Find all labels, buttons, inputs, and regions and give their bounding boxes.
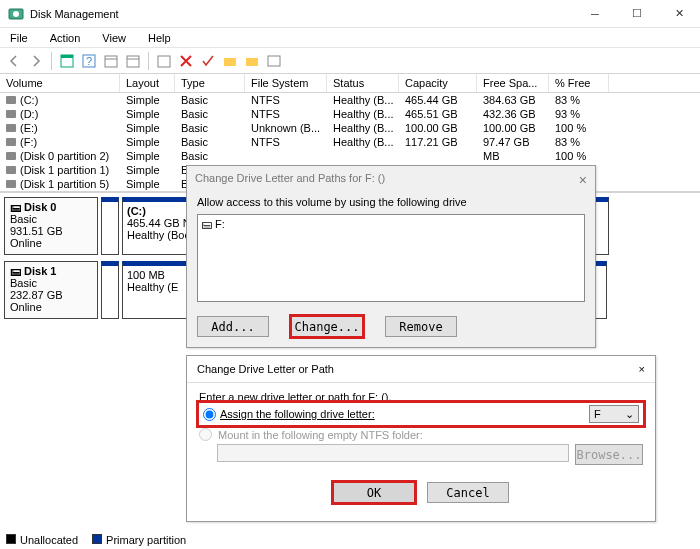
column-headers: Volume Layout Type File System Status Ca…	[0, 74, 700, 93]
col-free[interactable]: Free Spa...	[477, 74, 549, 92]
close-icon[interactable]: ×	[639, 363, 645, 375]
listbox-item[interactable]: F:	[215, 218, 225, 230]
add-button[interactable]: Add...	[197, 316, 269, 337]
paths-listbox[interactable]: 🖴 F:	[197, 214, 585, 302]
ok-button[interactable]: OK	[333, 482, 415, 503]
dialog2-title: Change Drive Letter or Path	[197, 363, 639, 375]
volume-row[interactable]: (F:)SimpleBasicNTFSHealthy (B...117.21 G…	[0, 135, 700, 149]
close-button[interactable]: ✕	[658, 0, 700, 28]
delete-icon[interactable]	[176, 51, 196, 71]
svg-rect-6	[105, 56, 117, 67]
menu-file[interactable]: File	[6, 30, 32, 46]
back-button[interactable]	[4, 51, 24, 71]
calendar2-icon[interactable]	[123, 51, 143, 71]
svg-rect-8	[127, 56, 139, 67]
window-title: Disk Management	[30, 8, 574, 20]
folder2-icon[interactable]	[242, 51, 262, 71]
col-layout[interactable]: Layout	[120, 74, 175, 92]
mount-radio[interactable]	[199, 428, 212, 441]
browse-button: Browse...	[575, 444, 643, 465]
col-pct[interactable]: % Free	[549, 74, 609, 92]
svg-rect-13	[268, 56, 280, 66]
volume-row[interactable]: (E:)SimpleBasicUnknown (B...Healthy (B..…	[0, 121, 700, 135]
menu-view[interactable]: View	[98, 30, 130, 46]
primary-swatch	[92, 534, 102, 544]
dialog1-message: Allow access to this volume by using the…	[187, 194, 595, 210]
menu-bar: File Action View Help	[0, 28, 700, 48]
settings-icon[interactable]	[154, 51, 174, 71]
help-icon[interactable]: ?	[79, 51, 99, 71]
list-icon[interactable]	[264, 51, 284, 71]
col-fs[interactable]: File System	[245, 74, 327, 92]
disk-info: 🖴 Disk 0Basic931.51 GBOnline	[4, 197, 98, 255]
svg-rect-11	[224, 58, 236, 66]
dialog2-message: Enter a new drive letter or path for F: …	[199, 391, 643, 403]
partition[interactable]	[101, 261, 119, 319]
drive-letter-select[interactable]: F⌄	[589, 405, 639, 423]
drive-icon: 🖴	[201, 218, 212, 230]
volume-row[interactable]: (C:)SimpleBasicNTFSHealthy (B...465.44 G…	[0, 93, 700, 107]
folder-input	[217, 444, 569, 462]
change-paths-dialog: Change Drive Letter and Paths for F: () …	[186, 165, 596, 348]
svg-point-1	[13, 11, 19, 17]
svg-rect-10	[158, 56, 170, 67]
col-status[interactable]: Status	[327, 74, 399, 92]
change-button[interactable]: Change...	[291, 316, 363, 337]
svg-rect-3	[61, 55, 73, 58]
partition[interactable]	[101, 197, 119, 255]
svg-text:?: ?	[86, 55, 92, 67]
menu-help[interactable]: Help	[144, 30, 175, 46]
col-volume[interactable]: Volume	[0, 74, 120, 92]
view1-icon[interactable]	[57, 51, 77, 71]
toolbar: ?	[0, 48, 700, 74]
change-letter-dialog: Change Drive Letter or Path × Enter a ne…	[186, 355, 656, 522]
assign-radio[interactable]	[203, 408, 216, 421]
legend: Unallocated Primary partition	[6, 534, 186, 546]
svg-rect-12	[246, 58, 258, 66]
menu-action[interactable]: Action	[46, 30, 85, 46]
app-icon	[8, 6, 24, 22]
check-icon[interactable]	[198, 51, 218, 71]
col-type[interactable]: Type	[175, 74, 245, 92]
col-capacity[interactable]: Capacity	[399, 74, 477, 92]
remove-button[interactable]: Remove	[385, 316, 457, 337]
maximize-button[interactable]: ☐	[616, 0, 658, 28]
disk-info: 🖴 Disk 1Basic232.87 GBOnline	[4, 261, 98, 319]
volume-row[interactable]: (D:)SimpleBasicNTFSHealthy (B...465.51 G…	[0, 107, 700, 121]
assign-label: Assign the following drive letter:	[220, 408, 375, 420]
cancel-button[interactable]: Cancel	[427, 482, 509, 503]
mount-label: Mount in the following empty NTFS folder…	[218, 429, 423, 441]
close-icon[interactable]: ×	[579, 172, 587, 188]
title-bar: Disk Management ─ ☐ ✕	[0, 0, 700, 28]
forward-button[interactable]	[26, 51, 46, 71]
minimize-button[interactable]: ─	[574, 0, 616, 28]
unallocated-swatch	[6, 534, 16, 544]
dialog1-title: Change Drive Letter and Paths for F: ()	[195, 172, 579, 188]
folder-icon[interactable]	[220, 51, 240, 71]
calendar-icon[interactable]	[101, 51, 121, 71]
volume-row[interactable]: (Disk 0 partition 2)SimpleBasicMB100 %	[0, 149, 700, 163]
